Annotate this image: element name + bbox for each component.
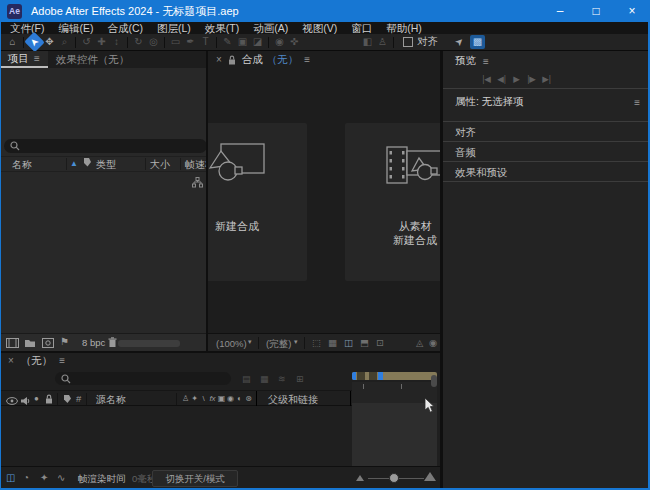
orbit-camera-tool-icon[interactable]: ↺	[79, 35, 94, 49]
rectangle-tool-icon[interactable]: ▭	[168, 35, 183, 49]
trash-icon[interactable]	[108, 337, 117, 350]
first-frame-icon[interactable]: |◀	[480, 74, 493, 84]
panel-menu-icon[interactable]: ≡	[483, 56, 489, 67]
close-button[interactable]: ×	[614, 0, 650, 22]
properties-title[interactable]: 属性: 无选择项	[455, 95, 524, 109]
lock-icon[interactable]	[45, 394, 53, 406]
draft-3d-icon[interactable]: ▦	[260, 374, 269, 384]
puppet-pin-tool-icon[interactable]: ✜	[287, 35, 302, 49]
lock-icon[interactable]	[228, 55, 236, 65]
new-composition-button[interactable]: 新建合成	[208, 123, 307, 281]
dolly-camera-tool-icon[interactable]: ↕	[109, 35, 124, 49]
audio-panel-header[interactable]: 音频	[443, 142, 650, 162]
menu-edit[interactable]: 编辑(E)	[51, 22, 100, 34]
transparency-grid-icon[interactable]: ◫	[344, 337, 353, 348]
sort-ascending-icon[interactable]: ▲	[70, 159, 78, 168]
motion-blur-icon[interactable]: ◐	[235, 394, 244, 403]
quality-icon[interactable]: \	[199, 394, 208, 403]
preview-options-icon[interactable]: ⊡	[376, 337, 384, 348]
shy-toggle-icon[interactable]: ◔	[23, 472, 29, 483]
panel-splitter[interactable]	[0, 351, 440, 353]
tab-effect-controls[interactable]: 效果控件（无）	[48, 51, 138, 68]
pen-tool-icon[interactable]: ✒	[183, 35, 198, 49]
video-eye-icon[interactable]	[6, 395, 18, 407]
composition-marker-icon[interactable]: ◫	[6, 472, 15, 483]
camera-tool-icon[interactable]: ◎	[146, 35, 161, 49]
composition-mini-flowchart-icon[interactable]: ▤	[242, 374, 251, 384]
play-icon[interactable]: ▶	[510, 74, 523, 84]
zoom-in-mountain-icon[interactable]	[424, 472, 436, 481]
close-panel-icon[interactable]: ×	[216, 54, 222, 65]
zoom-out-mountain-icon[interactable]	[356, 475, 364, 481]
work-area-bar[interactable]	[352, 372, 437, 380]
label-tag-icon[interactable]	[83, 157, 92, 170]
workspace-icon[interactable]: ▩	[470, 35, 485, 49]
region-of-interest-icon[interactable]: ⬚	[312, 337, 321, 348]
exposure-icon[interactable]: ◉	[429, 337, 437, 348]
magnification-dropdown[interactable]: (100%)	[216, 338, 247, 349]
frame-blend-icon[interactable]: ◉	[226, 394, 235, 403]
frame-blending-icon[interactable]: ⊞	[296, 374, 304, 384]
menu-view[interactable]: 视图(V)	[295, 22, 344, 34]
tab-project[interactable]: 项目 ≡	[0, 51, 48, 68]
scrollbar-thumb[interactable]	[431, 375, 437, 387]
align-panel-header[interactable]: 对齐	[443, 122, 650, 142]
effects-presets-panel-header[interactable]: 效果和预设	[443, 162, 650, 182]
tab-preview-label[interactable]: 预览	[455, 54, 476, 68]
panel-splitter[interactable]	[440, 51, 443, 488]
project-search-input[interactable]	[4, 139, 207, 153]
pan-camera-tool-icon[interactable]: ✚	[94, 35, 109, 49]
camera-settings-icon[interactable]: ◬	[416, 337, 423, 348]
timeline-search-input[interactable]	[55, 372, 231, 385]
label-tag-icon[interactable]	[63, 394, 72, 406]
brush-tool-icon[interactable]: ✎	[220, 35, 235, 49]
panel-menu-icon[interactable]: ≡	[634, 97, 640, 108]
graph-editor-icon[interactable]: ∿	[57, 472, 65, 483]
project-flowchart-icon[interactable]	[192, 177, 203, 190]
resolution-dropdown[interactable]: (完整)	[266, 338, 291, 351]
previous-frame-icon[interactable]: ◀|	[495, 74, 508, 84]
eraser-tool-icon[interactable]: ◪	[250, 35, 265, 49]
snap-checkbox[interactable]	[403, 37, 413, 47]
last-frame-icon[interactable]: ▶|	[540, 74, 553, 84]
new-composition-icon[interactable]	[42, 338, 54, 350]
close-panel-icon[interactable]: ×	[8, 355, 14, 366]
menu-window[interactable]: 窗口	[344, 22, 379, 34]
type-tool-icon[interactable]: T	[198, 35, 213, 49]
shy-icon[interactable]: ♙	[181, 394, 190, 403]
bit-depth-label[interactable]: 8 bpc	[82, 337, 105, 348]
new-composition-from-footage-button[interactable]: 从素材 新建合成	[345, 123, 440, 281]
audio-speaker-icon[interactable]	[21, 395, 30, 407]
clone-stamp-tool-icon[interactable]: ▣	[235, 35, 250, 49]
menu-file[interactable]: 文件(F)	[3, 22, 51, 34]
share-icon[interactable]: ➤	[449, 32, 470, 53]
frame-blending-toggle-icon[interactable]: ✦	[40, 472, 48, 483]
mask-visibility-icon[interactable]: ⬒	[360, 337, 369, 348]
column-size[interactable]: 大小	[150, 158, 170, 172]
adjustment-layer-icon[interactable]: ▣	[217, 394, 226, 403]
layer-number-column[interactable]: #	[76, 393, 81, 404]
menu-animation[interactable]: 动画(A)	[246, 22, 295, 34]
current-time-indicator[interactable]	[378, 372, 383, 380]
panel-menu-icon[interactable]: ≡	[59, 355, 65, 366]
zoom-tool-icon[interactable]: ⌕	[57, 35, 72, 49]
tab-timeline-label[interactable]: （无）	[21, 354, 53, 368]
work-area-start-handle[interactable]	[352, 372, 356, 380]
panel-splitter[interactable]	[206, 51, 208, 351]
mask-tool-icon[interactable]: ◧	[360, 35, 375, 49]
column-type[interactable]: 类型	[96, 158, 116, 172]
effects-fx-icon[interactable]: fx	[208, 394, 217, 403]
collapse-transformations-icon[interactable]: ✦	[190, 394, 199, 403]
panel-menu-icon[interactable]: ≡	[304, 54, 310, 65]
menu-composition[interactable]: 合成(C)	[100, 22, 150, 34]
menu-layer[interactable]: 图层(L)	[150, 22, 198, 34]
zoom-slider-knob[interactable]	[389, 473, 399, 483]
maximize-button[interactable]: □	[578, 0, 614, 22]
roto-brush-tool-icon[interactable]: ◉	[272, 35, 287, 49]
minimize-button[interactable]: –	[542, 0, 578, 22]
new-folder-icon[interactable]	[24, 338, 36, 350]
hide-shy-layers-icon[interactable]: ≋	[278, 374, 286, 384]
next-frame-icon[interactable]: |▶	[525, 74, 538, 84]
tab-composition-label[interactable]: 合成	[242, 53, 263, 67]
three-d-layer-icon[interactable]: ⊛	[244, 394, 253, 403]
